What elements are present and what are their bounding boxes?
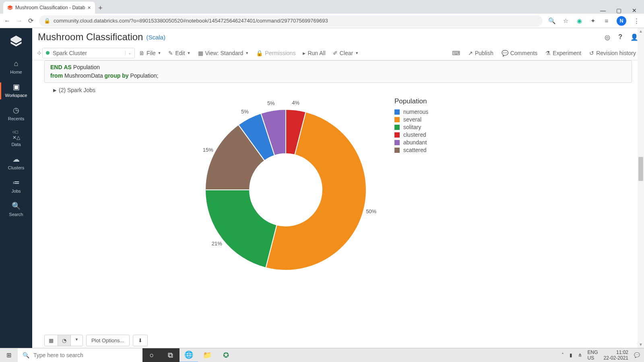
legend-swatch	[394, 148, 400, 153]
zoom-icon[interactable]: 🔍	[548, 17, 555, 25]
notebook-language[interactable]: (Scala)	[146, 34, 165, 41]
file-menu[interactable]: 🗎File▼	[136, 48, 164, 58]
scroll-down-icon[interactable]: ▼	[638, 342, 643, 347]
chrome-taskbar-icon[interactable]: 🌐	[180, 348, 198, 362]
window-controls: — ▢ ✕	[600, 7, 644, 14]
scroll-up-icon[interactable]: ▲	[638, 29, 643, 34]
chrome-menu-icon[interactable]: ⋮	[633, 17, 640, 25]
maximize-icon[interactable]: ▢	[616, 7, 621, 14]
browser-tab-strip: Mushroom Classification - Datab × + — ▢ …	[0, 0, 644, 14]
browser-tab[interactable]: Mushroom Classification - Datab ×	[3, 2, 95, 14]
publish-icon: ↗	[468, 50, 473, 56]
legend-label: numerous	[403, 109, 428, 115]
publish-button[interactable]: ↗Publish	[465, 48, 497, 58]
legend-swatch	[394, 140, 400, 145]
tab-close-icon[interactable]: ×	[87, 4, 91, 11]
sidebar-item-clusters[interactable]: ☁Clusters	[0, 151, 32, 174]
profile-avatar[interactable]: N	[617, 16, 626, 26]
file-explorer-icon[interactable]: 📁	[198, 348, 217, 362]
legend-swatch	[394, 125, 400, 130]
legend-item-solitary[interactable]: solitary	[394, 124, 428, 130]
new-tab-button[interactable]: +	[95, 2, 106, 14]
forward-icon[interactable]: →	[16, 17, 23, 25]
tray-expand-icon[interactable]: ˄	[561, 352, 564, 358]
chart-type-dropdown[interactable]: ▼	[71, 335, 83, 346]
sidebar-item-workspace[interactable]: ▣Workspace	[0, 78, 32, 102]
battery-icon[interactable]: ▮	[570, 352, 572, 358]
start-button[interactable]: ⊞	[0, 348, 18, 362]
donut-slice-solitary[interactable]	[205, 190, 277, 268]
clock-icon: ◷	[13, 106, 19, 115]
reload-icon[interactable]: ⟳	[28, 17, 33, 25]
databricks-logo[interactable]	[9, 34, 23, 48]
taskbar-clock[interactable]: 11:02 22-02-2021	[604, 350, 628, 361]
tab-title: Mushroom Classification - Datab	[15, 5, 85, 10]
download-button[interactable]: ⬇	[133, 335, 148, 346]
legend-title: Population	[394, 97, 428, 105]
language-indicator[interactable]: ENG US	[588, 350, 598, 361]
legend-item-abundant[interactable]: abundant	[394, 139, 428, 146]
comments-button[interactable]: 💬Comments	[498, 48, 541, 58]
plot-options-button[interactable]: Plot Options...	[86, 335, 130, 346]
schedule-icon[interactable]: ◎	[605, 33, 610, 41]
cortana-icon[interactable]: ○	[142, 348, 161, 362]
reading-list-icon[interactable]: ≡	[603, 17, 610, 25]
legend-item-scattered[interactable]: scattered	[394, 147, 428, 153]
edit-menu[interactable]: ✎Edit▼	[165, 48, 194, 58]
slice-label-scattered: 15%	[203, 147, 213, 153]
url-field[interactable]: 🔒 community.cloud.databricks.com/?o=8901…	[39, 15, 543, 27]
experiment-button[interactable]: ⚗Experiment	[542, 48, 584, 58]
legend-label: several	[403, 116, 421, 123]
comments-icon: 💬	[502, 50, 508, 56]
clear-menu[interactable]: ✐Clear▼	[330, 48, 362, 58]
download-icon: ⬇	[138, 337, 142, 343]
notifications-icon[interactable]: 💬	[634, 352, 640, 358]
legend-item-several[interactable]: several	[394, 116, 428, 123]
view-menu[interactable]: ▦View: Standard▼	[195, 48, 252, 58]
scrollbar-thumb[interactable]	[638, 157, 643, 181]
flask-icon: ⚗	[545, 50, 551, 56]
chart-view-button[interactable]: ◔	[58, 335, 71, 346]
windows-taskbar: ⊞ 🔍 Type here to search ○ ⧉ 🌐 📁 ✪ ˄ ▮ ⋔ …	[0, 348, 644, 362]
cluster-selector[interactable]: Spark Cluster ⌄	[42, 48, 135, 58]
notebook-title[interactable]: Mushroom Classification	[38, 31, 143, 43]
revision-button[interactable]: ↺Revision history	[586, 48, 639, 58]
help-icon[interactable]: ?	[618, 33, 622, 41]
wifi-icon[interactable]: ⋔	[578, 352, 582, 358]
legend-item-clustered[interactable]: clustered	[394, 132, 428, 138]
sidebar-item-data[interactable]: ○□✕△Data	[0, 125, 32, 151]
lock-icon: 🔒	[44, 18, 50, 24]
history-icon: ↺	[589, 50, 594, 56]
bookmark-icon[interactable]: ☆	[562, 17, 569, 25]
app-icon[interactable]: ✪	[217, 348, 235, 362]
spark-jobs-toggle[interactable]: ▶ (2) Spark Jobs	[44, 83, 632, 97]
sidebar-item-recents[interactable]: ◷Recents	[0, 102, 32, 125]
jobs-icon: ≔	[12, 178, 20, 187]
code-cell[interactable]: END AS Population from MushroomData grou…	[44, 60, 632, 83]
sidebar: ⌂Home ▣Workspace ◷Recents ○□✕△Data ☁Clus…	[0, 28, 32, 348]
legend-item-numerous[interactable]: numerous	[394, 109, 428, 115]
sidebar-item-home[interactable]: ⌂Home	[0, 56, 32, 78]
attach-icon[interactable]: ⊹	[37, 50, 41, 56]
file-icon: 🗎	[139, 50, 144, 56]
sidebar-item-jobs[interactable]: ≔Jobs	[0, 174, 32, 197]
minimize-icon[interactable]: —	[600, 7, 606, 14]
display-type-group: ▦ ◔ ▼	[44, 335, 83, 346]
task-view-icon[interactable]: ⧉	[161, 348, 180, 362]
taskbar-search[interactable]: 🔍 Type here to search	[18, 348, 142, 362]
keyboard-button[interactable]: ⌨	[449, 48, 463, 58]
sidebar-item-search[interactable]: 🔍Search	[0, 197, 32, 221]
vertical-scrollbar[interactable]: ▲ ▼	[638, 28, 644, 348]
back-icon[interactable]: ←	[4, 17, 10, 25]
expand-triangle-icon: ▶	[53, 88, 56, 93]
extensions-icon[interactable]: ✦	[589, 17, 597, 25]
user-icon[interactable]: 👤	[630, 33, 638, 41]
grammarly-icon[interactable]: ◉	[576, 17, 583, 25]
table-view-button[interactable]: ▦	[45, 335, 58, 346]
legend-label: abundant	[403, 139, 427, 146]
keyboard-icon: ⌨	[452, 50, 460, 56]
close-window-icon[interactable]: ✕	[632, 7, 637, 14]
permissions-button[interactable]: 🔒Permissions	[253, 48, 299, 58]
run-all-button[interactable]: ▸Run All	[299, 48, 328, 58]
legend-label: solitary	[403, 124, 421, 130]
